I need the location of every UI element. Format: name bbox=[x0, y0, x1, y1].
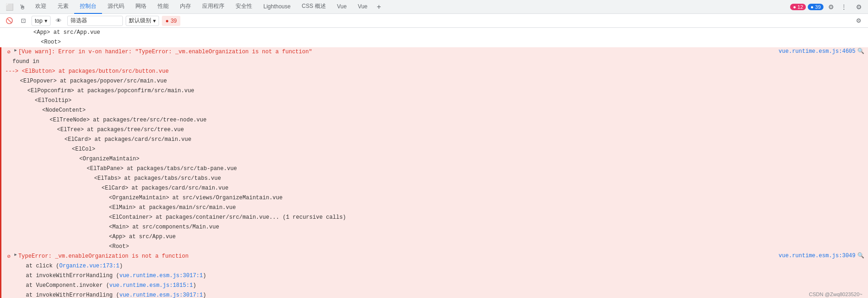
stack-text-9: <OrganizeMaintain> bbox=[79, 155, 864, 163]
chevron-down-icon: ▾ bbox=[45, 18, 47, 24]
stack-text-7: <ElCard> at packages/card/src/main.vue bbox=[64, 135, 864, 144]
error-2-search-icon[interactable]: 🔍 bbox=[857, 252, 864, 259]
filter-placeholder: 筛选器 bbox=[70, 17, 87, 25]
context-selector[interactable]: top ▾ bbox=[32, 16, 51, 26]
e2-stack-4: at invokeWithErrorHandling (vue.runtime.… bbox=[1, 291, 868, 298]
filter-input-container[interactable]: 筛选器 bbox=[67, 16, 123, 26]
tab-vue-2[interactable]: Vue bbox=[352, 0, 373, 14]
error-count-badge: ● 39 bbox=[162, 16, 181, 26]
bottom-bar: CSDN @Zwq8023520~ bbox=[804, 291, 868, 298]
stack-text-11: <ElTabs> at packages/tabs/src/tabs.vue bbox=[94, 174, 864, 183]
e2-stack-2: at invokeWithErrorHandling (vue.runtime.… bbox=[1, 271, 868, 281]
inspect-icon[interactable]: 🖱 bbox=[17, 1, 28, 13]
stack-text-15: <ElContainer> at packages/container/src/… bbox=[109, 213, 864, 222]
circle-icon: ● bbox=[166, 18, 169, 24]
error-2-header: ⊘ ▶ TypeError: _vm.enableOrganization is… bbox=[1, 252, 868, 261]
stack-line-4: <NodeContent> bbox=[1, 106, 868, 115]
found-in-text: found in bbox=[13, 57, 864, 66]
error-1-header: ⊘ ▶ [Vue warn]: Error in v-on handler: "… bbox=[1, 47, 868, 57]
stack-line-7: <ElCard> at packages/card/src/main.vue bbox=[1, 135, 868, 145]
tab-sources[interactable]: 源代码 bbox=[102, 0, 130, 14]
stack-text-6: <ElTree> at packages/tree/src/tree.vue bbox=[57, 126, 864, 134]
error-1-message: [Vue warn]: Error in v-on handler: "Type… bbox=[18, 48, 773, 56]
level-selector[interactable]: 默认级别 ▾ bbox=[126, 16, 159, 26]
stack-line-2: <ElPopconfirm> at packages/popconfirm/sr… bbox=[1, 86, 868, 96]
tab-elements[interactable]: 元素 bbox=[52, 0, 74, 14]
error-block-2: ⊘ ▶ TypeError: _vm.enableOrganization is… bbox=[0, 252, 868, 298]
stack-line-1: <ElPopover> at packages/popover/src/main… bbox=[1, 76, 868, 86]
toolbar-right: ● 12 ● 39 ⚙ ⋮ ⚙ bbox=[790, 1, 864, 13]
tab-performance[interactable]: 性能 bbox=[152, 0, 174, 14]
error-count: 39 bbox=[171, 18, 177, 24]
stack-line-5: <ElTreeNode> at packages/tree/src/tree-n… bbox=[1, 115, 868, 125]
e2-stack-text-2: at invokeWithErrorHandling (vue.runtime.… bbox=[13, 272, 864, 280]
stack-line-8: <ElCol> bbox=[1, 145, 868, 154]
stack-line-9: <OrganizeMaintain> bbox=[1, 154, 868, 164]
e2-stack-text-4: at invokeWithErrorHandling (vue.runtime.… bbox=[13, 291, 864, 298]
top-toolbar: ⬜ 🖱 欢迎 元素 控制台 源代码 网络 性能 内存 应用程序 安全性 Ligh… bbox=[0, 0, 868, 14]
eye-icon[interactable]: 👁 bbox=[53, 15, 64, 26]
error-1-search-icon[interactable]: 🔍 bbox=[857, 48, 864, 55]
error-2-expand[interactable]: ▶ bbox=[14, 252, 17, 257]
warning-badge: ● 39 bbox=[808, 4, 823, 10]
tab-welcome[interactable]: 欢迎 bbox=[30, 0, 52, 14]
devtools-settings-icon[interactable]: ⚙ bbox=[853, 1, 864, 13]
stack-line-13: <OrganizeMaintain> at src/views/Organize… bbox=[1, 193, 868, 203]
error-2-source-link[interactable]: vue.runtime.esm.js:3049 bbox=[779, 253, 855, 259]
stack-line-3: <ElTooltip> bbox=[1, 96, 868, 106]
stack-line-12: <ElCard> at packages/card/src/main.vue bbox=[1, 184, 868, 193]
organize-link-1[interactable]: Organize.vue:173:1 bbox=[59, 263, 120, 269]
e2-stack-text-1: at click (Organize.vue:173:1) bbox=[13, 262, 864, 270]
clear-console-icon[interactable]: 🚫 bbox=[4, 15, 15, 26]
stack-text-13: <OrganizeMaintain> at src/views/Organize… bbox=[109, 194, 864, 202]
tab-application[interactable]: 应用程序 bbox=[197, 0, 230, 14]
vue-link-2[interactable]: vue.runtime.esm.js:3017:1 bbox=[119, 273, 203, 279]
tab-vue-1[interactable]: Vue bbox=[332, 0, 352, 14]
stack-root-line: <Root> bbox=[0, 38, 868, 47]
error-2-source[interactable]: vue.runtime.esm.js:3049 🔍 bbox=[773, 252, 864, 259]
secondary-settings-icon[interactable]: ⚙ bbox=[853, 15, 864, 26]
tab-lighthouse[interactable]: Lighthouse bbox=[258, 0, 296, 14]
filter-icon[interactable]: ⊡ bbox=[18, 15, 29, 26]
found-in-line: found in bbox=[1, 57, 868, 67]
error-2-message: TypeError: _vm.enableOrganization is not… bbox=[18, 252, 773, 260]
error-1-source[interactable]: vue.runtime.esm.js:4605 🔍 bbox=[773, 48, 864, 55]
e2-stack-3: at VueComponent.invoker (vue.runtime.esm… bbox=[1, 281, 868, 291]
stack-line-15: <ElContainer> at packages/container/src/… bbox=[1, 213, 868, 222]
secondary-right: ⚙ bbox=[853, 15, 864, 26]
stack-line-14: <ElMain> at packages/main/src/main.vue bbox=[1, 203, 868, 213]
stack-line-6: <ElTree> at packages/tree/src/tree.vue bbox=[1, 125, 868, 135]
tab-network[interactable]: 网络 bbox=[130, 0, 152, 14]
secondary-toolbar: 🚫 ⊡ top ▾ 👁 筛选器 默认级别 ▾ ● 39 ⚙ bbox=[0, 14, 868, 28]
error-block-1: ⊘ ▶ [Vue warn]: Error in v-on handler: "… bbox=[0, 47, 868, 252]
error-badge: ● 12 bbox=[790, 4, 806, 10]
dock-icon[interactable]: ⬜ bbox=[4, 1, 15, 13]
tab-security[interactable]: 安全性 bbox=[230, 0, 258, 14]
tab-add-button[interactable]: + bbox=[373, 3, 385, 11]
level-label: 默认级别 bbox=[129, 17, 151, 25]
settings-icon[interactable]: ⚙ bbox=[825, 1, 836, 13]
stack-line-17: <App> at src/App.vue bbox=[1, 232, 868, 242]
stack-text-16: <Main> at src/components/Main.vue bbox=[109, 223, 864, 231]
arrow-text: ---> <ElButton> at packages/button/src/b… bbox=[5, 67, 864, 76]
level-chevron-icon: ▾ bbox=[153, 18, 156, 24]
stack-line-10: <ElTabPane> at packages/tabs/src/tab-pan… bbox=[1, 164, 868, 174]
tab-memory[interactable]: 内存 bbox=[174, 0, 197, 14]
context-label: top bbox=[35, 18, 43, 24]
error-1-source-link[interactable]: vue.runtime.esm.js:4605 bbox=[779, 48, 855, 55]
stack-text-18: <Root> bbox=[109, 242, 864, 251]
tab-console[interactable]: 控制台 bbox=[74, 0, 102, 14]
more-icon[interactable]: ⋮ bbox=[838, 1, 849, 13]
stack-text-3: <ElTooltip> bbox=[35, 96, 864, 105]
tab-css-overview[interactable]: CSS 概述 bbox=[296, 0, 332, 14]
bottom-text: CSDN @Zwq8023520~ bbox=[809, 292, 862, 297]
stack-text-5: <ElTreeNode> at packages/tree/src/tree-n… bbox=[50, 116, 864, 124]
arrow-line: ---> <ElButton> at packages/button/src/b… bbox=[1, 67, 868, 76]
stack-line-18: <Root> bbox=[1, 242, 868, 252]
error-2-icon: ⊘ bbox=[5, 252, 13, 260]
error-1-expand[interactable]: ▶ bbox=[14, 48, 17, 53]
vue-link-4[interactable]: vue.runtime.esm.js:3017:1 bbox=[119, 292, 203, 298]
console-content: <App> at src/App.vue <Root> ⊘ ▶ [Vue war… bbox=[0, 28, 868, 298]
vue-link-3[interactable]: vue.runtime.esm.js:1815:1 bbox=[109, 282, 193, 289]
stack-text-2: <ElPopconfirm> at packages/popconfirm/sr… bbox=[27, 87, 864, 95]
